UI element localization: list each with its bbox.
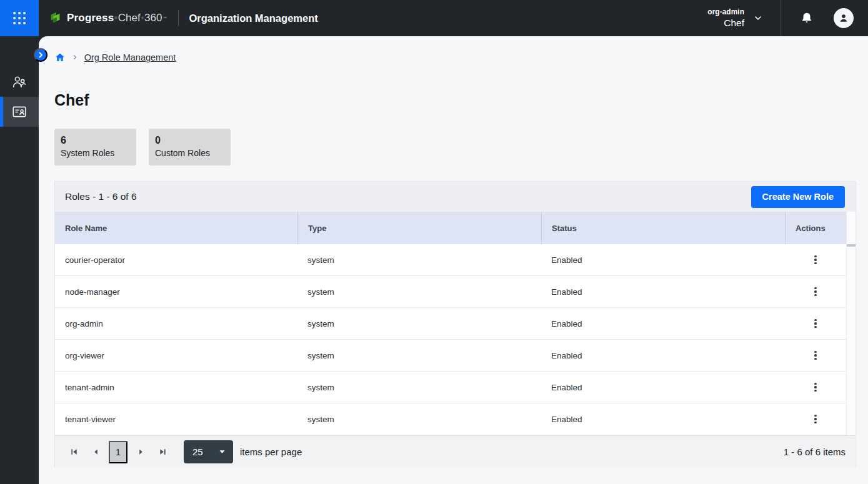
role-type-cell: system	[297, 372, 541, 403]
next-page-button[interactable]	[132, 441, 149, 463]
stat-cards: 6 System Roles 0 Custom Roles	[54, 129, 868, 165]
system-roles-label: System Roles	[61, 147, 130, 159]
account-button[interactable]	[834, 8, 854, 28]
system-roles-count: 6	[61, 134, 130, 147]
role-name-cell: org-viewer	[55, 340, 297, 371]
trademark-symbol: ®	[141, 16, 144, 20]
sidebar-item-role-management[interactable]	[0, 97, 39, 127]
row-actions-menu-button[interactable]	[806, 314, 825, 333]
chevron-down-icon[interactable]	[753, 13, 763, 23]
row-actions-menu-button[interactable]	[806, 250, 825, 269]
users-icon	[11, 74, 27, 90]
brand-logo: Progress®Chef®360™	[49, 11, 167, 25]
role-name-cell: node-manager	[55, 276, 297, 307]
app-title: Organization Management	[189, 12, 317, 24]
role-card-icon	[11, 104, 27, 120]
pagination-bar: 1 25 items per page 1 - 6 of 6 items	[55, 435, 856, 468]
previous-page-button[interactable]	[87, 441, 104, 463]
table-toolbar: Roles - 1 - 6 of 6 Create New Role	[55, 182, 856, 212]
role-type-cell: system	[297, 244, 541, 275]
role-status-cell: Enabled	[541, 308, 785, 339]
role-status-cell: Enabled	[541, 340, 785, 371]
header-right-cluster: org-admin Chef	[707, 0, 868, 36]
breadcrumb-separator: ›	[73, 51, 77, 63]
row-actions-menu-button[interactable]	[806, 378, 825, 397]
main-area: › Org Role Management Chef 6 System Role…	[0, 36, 868, 484]
role-type-cell: system	[297, 308, 541, 339]
role-status-cell: Enabled	[541, 403, 785, 435]
trademark-symbol: ®	[114, 16, 117, 20]
skip-start-icon	[70, 448, 78, 456]
role-status-cell: Enabled	[541, 372, 785, 403]
role-type-cell: system	[297, 276, 541, 307]
skip-end-icon	[159, 448, 167, 456]
breadcrumb: › Org Role Management	[54, 49, 868, 66]
caret-right-icon	[137, 448, 144, 455]
table-row: tenant-viewer system Enabled	[55, 403, 846, 435]
table-header-row: Role Name Type Status Actions	[55, 212, 846, 244]
product-name: Chef	[118, 12, 141, 24]
sidebar-expand-button[interactable]	[34, 48, 47, 62]
column-header-role-name[interactable]: Role Name	[55, 212, 297, 244]
sidebar	[0, 36, 39, 484]
table-row: org-admin system Enabled	[55, 308, 846, 340]
app-window: Progress®Chef®360™ Organization Manageme…	[0, 0, 868, 484]
role-status-cell: Enabled	[541, 244, 785, 275]
trademark-symbol: ™	[162, 16, 166, 20]
column-header-actions: Actions	[785, 212, 846, 244]
table-row: courier-operator system Enabled	[55, 244, 846, 276]
role-name-cell: org-admin	[55, 308, 297, 339]
app-launcher-button[interactable]	[0, 0, 39, 36]
brand-name: Progress	[67, 12, 114, 24]
waffle-grid-icon	[13, 12, 26, 24]
row-actions-menu-button[interactable]	[806, 346, 825, 365]
role-name-cell: tenant-viewer	[55, 403, 297, 435]
org-name-label: Chef	[707, 17, 744, 29]
column-header-status[interactable]: Status	[541, 212, 785, 244]
pagination-range-label: 1 - 6 of 6 items	[784, 447, 846, 457]
roles-table: Roles - 1 - 6 of 6 Create New Role Role …	[54, 181, 856, 468]
items-per-page-label: items per page	[240, 447, 302, 457]
breadcrumb-link-org-role-management[interactable]: Org Role Management	[84, 52, 176, 62]
table-row: node-manager system Enabled	[55, 276, 846, 308]
page-size-value: 25	[192, 447, 219, 457]
progress-logo-icon	[49, 11, 62, 25]
org-switcher[interactable]: org-admin Chef	[707, 7, 744, 29]
product-number: 360	[144, 12, 162, 24]
bell-icon	[800, 11, 814, 25]
table-title: Roles - 1 - 6 of 6	[65, 191, 137, 202]
last-page-button[interactable]	[154, 441, 171, 463]
custom-roles-label: Custom Roles	[155, 147, 224, 159]
sidebar-item-users[interactable]	[0, 67, 39, 97]
current-page-button[interactable]: 1	[109, 441, 127, 463]
caret-down-icon	[219, 448, 226, 455]
caret-left-icon	[92, 448, 99, 455]
content-area: › Org Role Management Chef 6 System Role…	[39, 36, 868, 484]
table-scrollbar[interactable]	[846, 212, 856, 435]
table-row: tenant-admin system Enabled	[55, 372, 846, 403]
role-name-cell: courier-operator	[55, 244, 297, 275]
create-new-role-button[interactable]: Create New Role	[751, 186, 845, 208]
first-page-button[interactable]	[65, 441, 82, 463]
custom-roles-card: 0 Custom Roles	[149, 129, 231, 165]
home-icon[interactable]	[54, 52, 66, 63]
system-roles-card: 6 System Roles	[54, 129, 136, 165]
page-size-select[interactable]: 25	[184, 440, 233, 463]
org-role-label: org-admin	[707, 7, 744, 17]
row-actions-menu-button[interactable]	[806, 410, 825, 428]
top-bar: Progress®Chef®360™ Organization Manageme…	[0, 0, 868, 36]
role-type-cell: system	[297, 340, 541, 371]
role-name-cell: tenant-admin	[55, 372, 297, 403]
header-divider	[178, 10, 179, 26]
row-actions-menu-button[interactable]	[806, 282, 825, 301]
page-title: Chef	[54, 91, 868, 109]
table-row: org-viewer system Enabled	[55, 340, 846, 372]
notifications-button[interactable]	[800, 11, 814, 25]
custom-roles-count: 0	[155, 134, 224, 147]
avatar-icon	[837, 12, 850, 24]
role-type-cell: system	[297, 403, 541, 435]
header-vertical-divider	[781, 0, 781, 36]
column-header-type[interactable]: Type	[297, 212, 541, 244]
chevron-right-icon	[37, 51, 44, 59]
scrollbar-thumb[interactable]	[847, 244, 856, 247]
